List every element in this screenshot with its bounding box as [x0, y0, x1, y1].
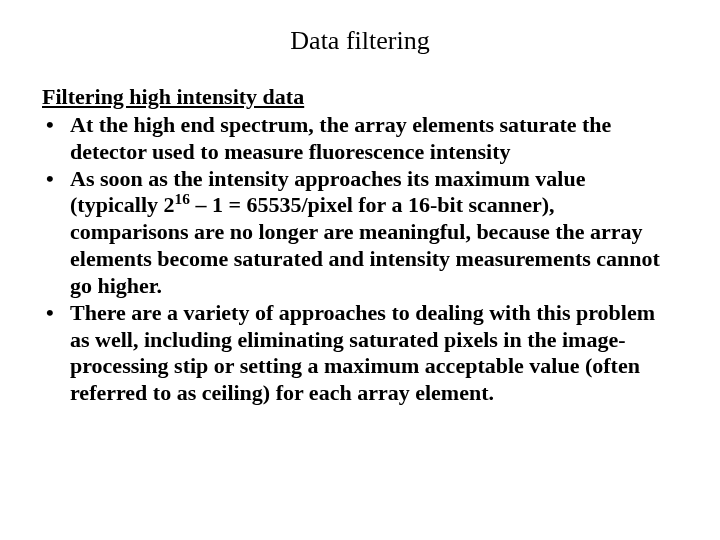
list-item: As soon as the intensity approaches its …	[42, 166, 678, 300]
bullet-text: As soon as the intensity approaches its …	[70, 166, 660, 298]
list-item: At the high end spectrum, the array elem…	[42, 112, 678, 166]
bullet-text: There are a variety of approaches to dea…	[70, 300, 655, 405]
list-item: There are a variety of approaches to dea…	[42, 300, 678, 407]
slide-title: Data filtering	[42, 26, 678, 56]
bullet-text: At the high end spectrum, the array elem…	[70, 112, 611, 164]
section-heading: Filtering high intensity data	[42, 84, 678, 110]
bullet-list: At the high end spectrum, the array elem…	[42, 112, 678, 407]
superscript: 16	[175, 190, 190, 207]
